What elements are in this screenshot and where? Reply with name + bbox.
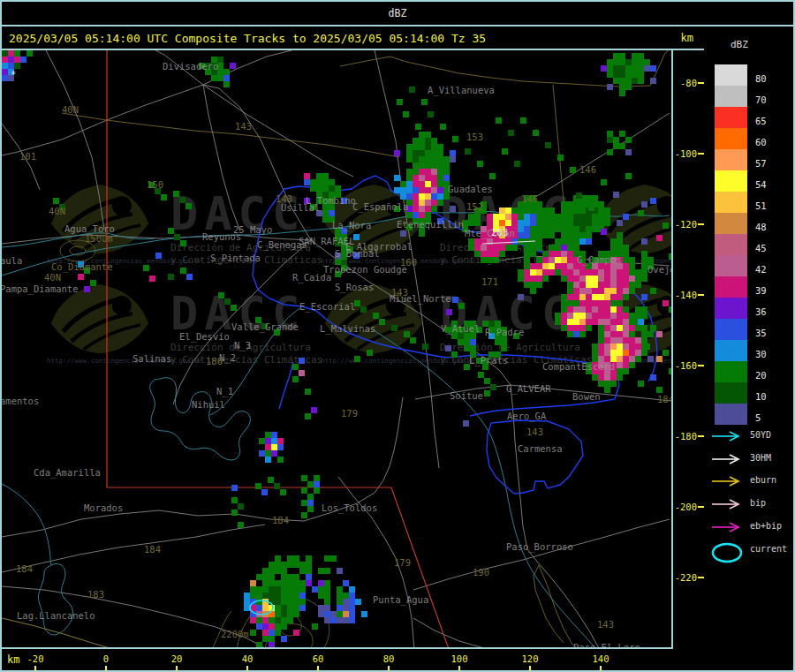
- route-label: 190: [473, 567, 489, 578]
- route-label: 143: [276, 193, 292, 204]
- radar-map[interactable]: http://www.contingencias.mendoza.gov.arh…: [2, 50, 671, 647]
- place-label: S_Rosas: [335, 282, 374, 292]
- dbz-swatch-label: 48: [755, 222, 767, 232]
- dbz-swatch-label: 70: [755, 94, 767, 105]
- place-label: G_Campos: [577, 254, 622, 265]
- bottom-axis-tick: [317, 666, 319, 671]
- map-label-layer: DivisaderoA_VillanuevaAgua_ToroaulaPampa…: [2, 50, 671, 647]
- legend-title: dBZ: [731, 39, 748, 50]
- place-label: Cda_Amarilla: [34, 467, 101, 478]
- track-legend-item-current: current: [711, 542, 745, 562]
- track-legend-label: 50YD: [750, 430, 771, 440]
- route-label: 153: [466, 132, 483, 142]
- bottom-axis-label: 20: [171, 653, 183, 664]
- dbz-swatch-label: 45: [755, 243, 767, 253]
- place-label: R_Padre: [485, 327, 524, 337]
- route-label: 179: [394, 557, 411, 568]
- right-axis-tick: [698, 294, 704, 296]
- right-axis-tick: [698, 153, 704, 155]
- place-label: Punta_Agua: [373, 594, 428, 605]
- bottom-axis-label: 80: [383, 653, 395, 664]
- route-label: Co_Diamante: [51, 261, 113, 272]
- bottom-axis-label: 100: [451, 653, 468, 664]
- right-axis-label: -120: [673, 219, 697, 230]
- dbz-swatch-48: [715, 213, 747, 234]
- bottom-axis-tick: [105, 666, 107, 671]
- place-label: S_Bombal: [335, 248, 380, 259]
- dbz-swatch-10: [715, 382, 747, 404]
- dbz-swatch-label: 5: [755, 412, 761, 423]
- place-label: amentos: [2, 396, 39, 406]
- dbz-swatch-36: [715, 298, 747, 319]
- place-label: Pampa_Diamante: [2, 283, 79, 294]
- track-legend-item-eb+bip: eb+bip: [711, 519, 745, 539]
- place-label: Reyunos: [202, 231, 241, 242]
- bottom-axis-label: -20: [27, 653, 44, 664]
- dbz-swatch-label: 65: [755, 116, 767, 126]
- place-label: Paso_Borroso: [506, 541, 573, 552]
- place-label: Aero_GA: [507, 411, 546, 421]
- dbz-swatch-65: [715, 107, 747, 128]
- place-label: L_Prats: [469, 355, 508, 366]
- route-label: 184: [144, 544, 161, 555]
- track-legend-item-eburn: eburn: [711, 473, 745, 493]
- right-axis-tick: [698, 82, 704, 84]
- dbz-swatch-label: 42: [755, 264, 767, 275]
- dbz-swatch-54: [715, 170, 747, 192]
- place-label: C_Española: [352, 201, 408, 212]
- place-label: R_Caida: [292, 272, 331, 283]
- route-label: 184: [16, 563, 33, 574]
- track-arrow-icon: [711, 451, 745, 471]
- right-axis-tick: [698, 435, 704, 437]
- route-label: 40N: [44, 272, 61, 283]
- place-label: aula: [2, 255, 22, 266]
- place-label: Lag.Llancanelo: [17, 610, 95, 621]
- track-legend-label: eburn: [750, 475, 776, 485]
- track-legend-label: eb+bip: [750, 521, 782, 531]
- place-label: La_Nora: [332, 220, 371, 230]
- dbz-swatch-label: 30: [755, 349, 767, 359]
- title-bar: dBZ: [2, 2, 793, 25]
- window-title: dBZ: [2, 7, 793, 19]
- place-label: Paso_El_Loro: [573, 642, 640, 647]
- bottom-axis-tick: [529, 666, 531, 671]
- place-label: E_Escorial: [299, 301, 355, 312]
- current-ellipse-icon: [711, 542, 745, 565]
- route-label: 184: [657, 394, 671, 404]
- dbz-swatch-label: 80: [755, 73, 767, 84]
- bottom-axis-label: 120: [522, 653, 539, 664]
- place-label: Etenequillin: [397, 219, 464, 230]
- dbz-swatch-label: 51: [755, 200, 767, 211]
- route-label: 160: [400, 257, 417, 268]
- route-label: 146: [579, 164, 596, 175]
- place-label: Los_Toldos: [322, 502, 377, 513]
- right-axis-tick: [698, 577, 704, 578]
- bottom-axis-tick: [34, 666, 36, 671]
- dbz-swatch-label: 39: [755, 285, 767, 296]
- route-label: 183: [87, 589, 104, 600]
- bottom-distance-axis: km -20020406080100120140: [2, 649, 673, 670]
- route-label: 40N: [62, 104, 79, 115]
- route-label: 143: [391, 287, 408, 298]
- place-label: N_1: [216, 386, 233, 396]
- place-label: Divisadero: [163, 61, 218, 72]
- track-legend-label: bip: [750, 498, 766, 508]
- dbz-swatch-60: [715, 128, 747, 149]
- place-label: A_Villanueva: [428, 85, 495, 95]
- right-axis-label: -160: [673, 360, 697, 371]
- place-label: Soitue: [450, 390, 483, 401]
- track-arrow-icon: [711, 428, 745, 448]
- dbz-swatch-80: [715, 64, 747, 86]
- place-label: L_Tombino: [306, 195, 356, 206]
- right-axis-tick: [698, 365, 704, 366]
- legend-panel: dBZ 807065605754514845423936353020105 50…: [704, 26, 793, 670]
- route-label: 143: [526, 427, 543, 437]
- dbz-swatch-label: 10: [755, 391, 767, 402]
- dbz-swatch-5: [715, 404, 747, 425]
- place-label: N_3: [234, 340, 251, 351]
- place-label: S_Pintada: [210, 253, 261, 263]
- dbz-swatch-45: [715, 234, 747, 255]
- route-label: 152: [466, 201, 483, 212]
- dbz-swatch-20: [715, 361, 747, 382]
- km-unit-label-top: km: [681, 32, 693, 44]
